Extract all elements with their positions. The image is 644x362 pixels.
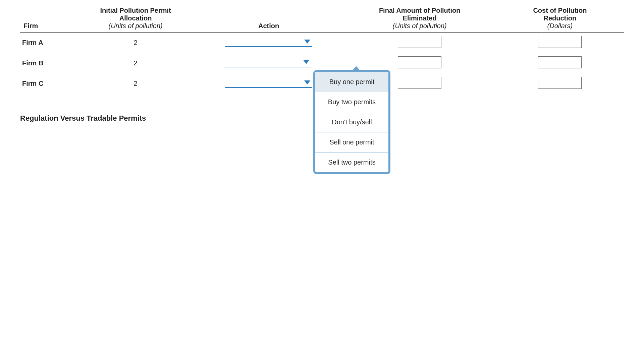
final-input-firm-a[interactable]: [398, 36, 441, 48]
header-alloc-2: Allocation: [77, 14, 194, 22]
svg-marker-2: [304, 80, 310, 84]
header-final-2: Eliminated: [343, 14, 496, 22]
header-row-1: Initial Pollution Permit Final Amount of…: [20, 7, 624, 14]
header-final-1: Final Amount of Pollution: [343, 7, 496, 14]
final-input-firm-c[interactable]: [398, 77, 441, 89]
header-cost-2: Reduction: [496, 14, 624, 22]
table-row: Firm A 2: [20, 32, 624, 53]
firm-label: Firm A: [20, 32, 77, 53]
action-dropdown-firm-c[interactable]: [225, 78, 312, 88]
svg-marker-0: [304, 40, 310, 44]
header-final-sub: (Units of pollution): [343, 22, 496, 32]
cost-input-firm-c[interactable]: [538, 77, 582, 89]
header-alloc-1: Initial Pollution Permit: [77, 7, 194, 14]
action-dropdown-firm-a[interactable]: [225, 37, 312, 47]
chevron-down-icon: [303, 60, 309, 64]
table-row: Firm B 2 Buy one permit Buy two permits …: [20, 53, 624, 73]
dropdown-option[interactable]: Buy two permits: [315, 92, 388, 112]
firm-label: Firm B: [20, 53, 77, 73]
dropdown-option[interactable]: Sell two permits: [315, 152, 388, 172]
chevron-down-icon: [304, 40, 310, 44]
svg-marker-1: [303, 60, 309, 64]
header-cost-sub: (Dollars): [496, 22, 624, 32]
action-dropdown-menu: Buy one permit Buy two permits Don't buy…: [313, 70, 390, 174]
chevron-down-icon: [304, 80, 310, 84]
header-row-2: Allocation Eliminated Reduction: [20, 14, 624, 22]
dropdown-option[interactable]: Buy one permit: [315, 72, 388, 92]
firm-label: Firm C: [20, 73, 77, 94]
alloc-value: 2: [77, 53, 194, 73]
action-dropdown-firm-b[interactable]: [224, 57, 311, 67]
permits-table: Initial Pollution Permit Final Amount of…: [20, 7, 624, 94]
alloc-value: 2: [77, 73, 194, 94]
final-input-firm-b[interactable]: [398, 56, 441, 68]
dropdown-option[interactable]: Don't buy/sell: [315, 112, 388, 132]
dropdown-option[interactable]: Sell one permit: [315, 132, 388, 152]
header-firm: Firm: [20, 22, 77, 32]
cost-input-firm-b[interactable]: [538, 56, 582, 68]
alloc-value: 2: [77, 32, 194, 53]
header-alloc-sub: (Units of pollution): [77, 22, 194, 32]
header-cost-1: Cost of Pollution: [496, 7, 624, 14]
header-row-3: Firm (Units of pollution) Action (Units …: [20, 22, 624, 32]
cost-input-firm-a[interactable]: [538, 36, 582, 48]
header-action: Action: [194, 22, 343, 32]
